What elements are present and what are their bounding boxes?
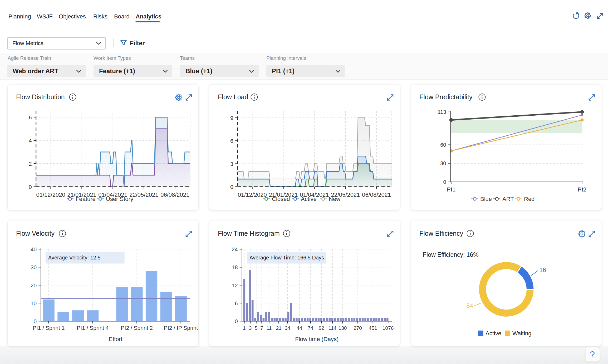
svg-text:Average Flow Time: 166.5 Days: Average Flow Time: 166.5 Days [249,255,324,260]
svg-text:60: 60 [440,142,446,148]
svg-text:0: 0 [230,184,233,190]
svg-text:Flow Time Histogram: Flow Time Histogram [218,230,280,237]
svg-text:Flow Efficiency: Flow Efficiency [419,230,463,237]
svg-text:01/12/2020: 01/12/2020 [238,191,267,198]
svg-text:92: 92 [319,325,324,331]
svg-text:9: 9 [230,115,233,121]
svg-text:11: 11 [267,325,272,331]
svg-text:114: 114 [328,325,337,331]
svg-text:21: 21 [276,325,282,331]
svg-text:6: 6 [235,300,238,306]
svg-text:New: New [329,196,340,202]
svg-text:Flow Predictability: Flow Predictability [419,93,473,101]
svg-text:PI2 / IP Sprint: PI2 / IP Sprint [164,325,198,331]
svg-text:10: 10 [31,300,37,306]
svg-text:1: 1 [243,325,246,331]
svg-text:22/05/2021: 22/05/2021 [129,191,158,198]
svg-text:PI1 / Sprint 1: PI1 / Sprint 1 [33,325,65,331]
svg-text:2: 2 [29,161,32,167]
svg-text:24: 24 [232,246,238,252]
svg-text:Flow Efficiency: 16%: Flow Efficiency: 16% [423,251,479,258]
svg-text:06/08/2021: 06/08/2021 [160,191,189,198]
svg-text:Effort: Effort [109,336,122,342]
svg-text:Average Velocity: 12.5: Average Velocity: 12.5 [48,255,101,260]
svg-text:PI1 / Sprint 4: PI1 / Sprint 4 [77,325,109,331]
svg-text:4: 4 [29,137,32,144]
svg-text:40: 40 [31,246,37,252]
svg-text:Flow Velocity: Flow Velocity [16,230,55,237]
svg-text:ART: ART [502,196,514,202]
svg-text:451: 451 [369,325,377,331]
svg-text:0: 0 [34,318,37,324]
svg-text:Flow time (Days): Flow time (Days) [295,336,339,342]
svg-text:0: 0 [29,184,32,190]
svg-text:Blue: Blue [480,196,492,202]
svg-text:Flow Distribution: Flow Distribution [16,93,65,101]
svg-text:Active: Active [486,330,501,337]
svg-text:Flow Load: Flow Load [218,93,248,101]
svg-text:Waiting: Waiting [512,330,532,337]
svg-text:270: 270 [354,325,362,331]
svg-text:113: 113 [438,109,446,115]
svg-text:Closed: Closed [272,196,290,202]
svg-text:Feature: Feature [76,196,96,202]
svg-text:84: 84 [467,302,473,309]
svg-text:44: 44 [297,325,302,331]
svg-text:130: 130 [339,325,347,331]
svg-text:7: 7 [260,325,263,331]
svg-text:30: 30 [31,264,37,270]
svg-text:74: 74 [308,325,313,331]
svg-text:0: 0 [235,318,238,324]
svg-text:34: 34 [285,325,291,331]
svg-text:User Story: User Story [106,196,133,202]
svg-text:30: 30 [440,160,446,166]
svg-text:3: 3 [249,325,252,331]
svg-text:20: 20 [31,282,37,288]
svg-text:PI2 / Sprint 2: PI2 / Sprint 2 [121,325,153,331]
svg-text:Red: Red [524,196,535,202]
svg-text:16: 16 [540,267,546,273]
svg-text:Active: Active [301,196,317,202]
svg-text:12: 12 [232,282,238,288]
svg-text:6: 6 [230,138,233,144]
svg-text:PI2: PI2 [578,186,586,193]
svg-text:01/12/2020: 01/12/2020 [36,191,65,198]
svg-text:06/08/2021: 06/08/2021 [362,191,391,198]
svg-text:3: 3 [230,161,233,167]
svg-text:1076: 1076 [383,325,394,331]
svg-text:0: 0 [443,179,446,185]
svg-text:18: 18 [232,264,238,270]
svg-text:PI1: PI1 [447,186,455,193]
svg-text:6: 6 [29,114,32,120]
svg-text:5: 5 [255,325,258,331]
